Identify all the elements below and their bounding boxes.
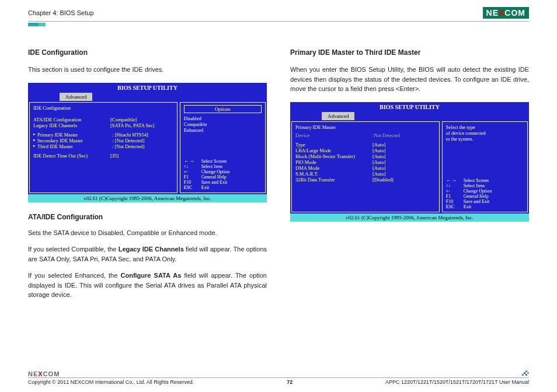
footer-logo: NEXCOM bbox=[28, 370, 60, 377]
bios1-primary-master: Primary IDE Master bbox=[37, 132, 112, 138]
bios1-ata-ide-config: ATA/IDE Configuration bbox=[33, 117, 110, 123]
right-column: Primary IDE Master to Third IDE Master W… bbox=[290, 48, 529, 307]
bios1-detect-timeout: IDE Detect Time Out (Sec) bbox=[33, 153, 110, 159]
ata-ide-config-p2: If you selected Compatible, the Legacy I… bbox=[28, 244, 267, 264]
bios2-smart: S.M.A.R.T. bbox=[295, 171, 373, 177]
nexcom-logo: NEXCOM bbox=[483, 7, 529, 19]
bios2-hint-1: Select the type bbox=[446, 124, 524, 130]
bios1-legacy-channels: Legacy IDE Channels bbox=[33, 123, 110, 128]
copyright-text: Copyright © 2011 NEXCOM International Co… bbox=[28, 379, 194, 385]
bios1-tab-advanced: Advanced bbox=[60, 93, 92, 101]
primary-ide-desc: When you enter the BIOS Setup Utility, t… bbox=[290, 65, 529, 94]
bios2-block: Block (Multi-Sector Transfer) bbox=[295, 153, 373, 159]
bios-screenshot-1: BIOS SETUP UTILITY Advanced IDE Configur… bbox=[28, 83, 267, 202]
header-accent-bar bbox=[28, 23, 46, 26]
ata-ide-config-p1: Sets the SATA device to Disabled, Compat… bbox=[28, 228, 267, 238]
bios1-title: BIOS SETUP UTILITY bbox=[28, 83, 267, 93]
bios1-section: IDE Configuration bbox=[33, 105, 173, 111]
bios2-type: Type bbox=[295, 142, 373, 148]
bios2-tab-advanced: Advanced bbox=[322, 112, 354, 120]
bios1-opt-enhanced: Enhanced bbox=[184, 127, 262, 133]
bios1-footer: v02.61 (C)Copyright 1985-2006, American … bbox=[28, 194, 267, 202]
bios2-hint-3: to the system. bbox=[446, 136, 524, 142]
ata-ide-config-p3: If you selected Enhanced, the Configure … bbox=[28, 271, 267, 300]
bios1-third-master: Third IDE Master bbox=[37, 144, 112, 149]
left-column: IDE Configuration This section is used t… bbox=[28, 48, 267, 307]
bios2-lba: LBA/Large Mode bbox=[295, 148, 373, 153]
bios1-options-label: Options bbox=[184, 105, 262, 113]
pixel-icon bbox=[522, 370, 529, 377]
ata-ide-config-heading: ATA/IDE Configuration bbox=[28, 213, 267, 221]
chapter-title: Chapter 4: BIOS Setup bbox=[28, 9, 94, 16]
bios2-section: Primary IDE Master bbox=[295, 124, 436, 130]
bios2-32bit: 32Bit Data Transfer bbox=[295, 177, 373, 183]
bios1-secondary-master: Secondary IDE Master bbox=[37, 138, 112, 144]
ide-config-heading: IDE Configuration bbox=[28, 48, 267, 57]
page-footer: NEXCOM Copyright © 2011 NEXCOM Internati… bbox=[28, 370, 529, 385]
bios2-device: Device bbox=[295, 132, 373, 138]
bios2-help-keys: ← →Select Screen ↑↓Select Item +-Change … bbox=[446, 178, 524, 209]
primary-ide-heading: Primary IDE Master to Third IDE Master bbox=[290, 48, 529, 57]
bios1-help-keys: ← →Select Screen ↑↓Select Item +-Change … bbox=[184, 159, 262, 190]
bios2-title: BIOS SETUP UTILITY bbox=[290, 102, 529, 112]
bios2-hint-2: of device connected bbox=[446, 130, 524, 136]
page-number: 72 bbox=[287, 379, 293, 385]
bios2-pio: PIO Mode bbox=[295, 159, 373, 165]
bios2-footer: v02.61 (C)Copyright 1985-2006, American … bbox=[290, 214, 529, 222]
ide-config-desc: This section is used to configure the ID… bbox=[28, 65, 267, 75]
bios1-opt-compatible: Compatible bbox=[184, 121, 262, 127]
bios-screenshot-2: BIOS SETUP UTILITY Advanced Primary IDE … bbox=[290, 102, 529, 222]
bios1-opt-disabled: Disabled bbox=[184, 116, 262, 121]
bios2-dma: DMA Mode bbox=[295, 165, 373, 171]
manual-title: APPC 1220T/1221T/1520T/1521T/1720T/1721T… bbox=[385, 379, 529, 385]
